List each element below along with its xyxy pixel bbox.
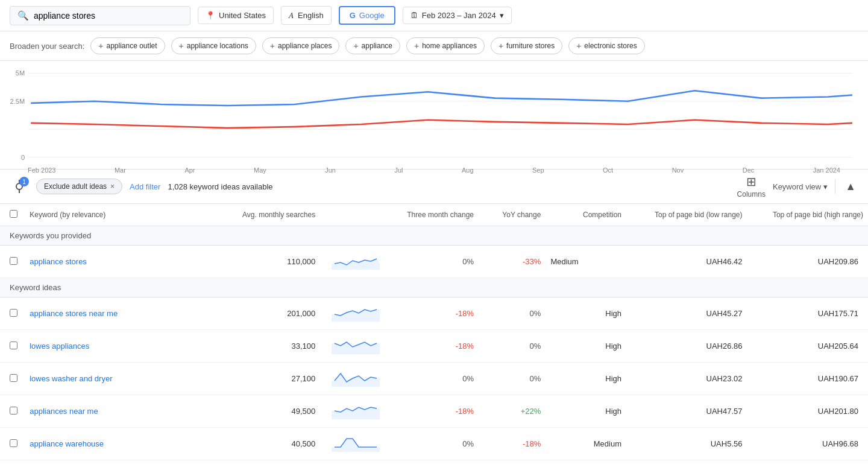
broaden-chip-appliance-outlet[interactable]: + appliance outlet	[90, 37, 165, 54]
adult-chip-label: Exclude adult ideas	[44, 182, 107, 191]
row-checkbox[interactable]	[10, 342, 17, 349]
low-bid-header[interactable]: Top of page bid (low range)	[626, 204, 747, 226]
keyword-cell: appliances near me	[25, 395, 213, 428]
competition-cell: Low	[546, 460, 626, 468]
sparkline-chart	[332, 369, 380, 387]
x-label-jun: Jun	[325, 167, 336, 174]
row-checkbox-cell[interactable]	[0, 330, 25, 363]
table-row: appliance stores 110,000 0% -33% Medium …	[0, 246, 868, 278]
broaden-chip-electronic-stores[interactable]: + electronic stores	[568, 37, 645, 54]
competition-cell: High	[546, 330, 626, 363]
location-label: United States	[219, 11, 266, 20]
chip-label: appliance locations	[187, 42, 248, 50]
keyword-link[interactable]: appliance stores	[30, 257, 87, 266]
broaden-chip-furniture-stores[interactable]: + furniture stores	[491, 37, 562, 54]
low-bid-cell: UAH5.56	[626, 428, 747, 460]
select-all-header[interactable]	[0, 204, 25, 226]
plus-icon: +	[498, 41, 503, 51]
yoy-header[interactable]: YoY change	[479, 204, 546, 226]
filter-badge: 1	[19, 177, 29, 186]
yoy-cell: 0%	[479, 330, 546, 363]
yoy-cell: -33%	[479, 246, 546, 278]
svg-text:0: 0	[21, 154, 25, 161]
high-bid-cell: UAH201.80	[747, 395, 868, 428]
broaden-label: Broaden your search:	[10, 42, 84, 51]
x-label-aug: Aug	[462, 167, 474, 174]
google-button[interactable]: G Google	[339, 6, 395, 25]
broaden-chip-home-appliances[interactable]: + home appliances	[406, 37, 485, 54]
chip-label: appliance	[362, 42, 392, 50]
table-row: appliance stores near me 201,000 -18% 0%…	[0, 297, 868, 330]
sparkline-chart	[332, 252, 380, 270]
row-checkbox-cell[interactable]	[0, 297, 25, 330]
high-bid-header[interactable]: Top of page bid (high range)	[747, 204, 868, 226]
chart-container: 5M 2.5M 0 Feb 2023 Mar Apr May Jun Jul A…	[0, 61, 868, 170]
yoy-cell: -33%	[479, 460, 546, 468]
avg-monthly-header[interactable]: Avg. monthly searches	[213, 204, 320, 226]
date-range-button[interactable]: 🗓 Feb 2023 – Jan 2024 ▾	[403, 7, 512, 24]
row-checkbox[interactable]	[10, 407, 17, 415]
row-checkbox[interactable]	[10, 439, 17, 447]
keyword-header[interactable]: Keyword (by relevance)	[25, 204, 213, 226]
keyword-cell: appliance stores near me	[25, 297, 213, 330]
select-all-checkbox[interactable]	[10, 210, 17, 218]
row-checkbox-cell[interactable]	[0, 428, 25, 460]
keyword-link[interactable]: appliances near me	[30, 407, 98, 416]
language-button[interactable]: 𝐴 English	[281, 6, 332, 25]
x-label-sep: Sep	[532, 167, 544, 174]
available-keywords-text: 1,028 keyword ideas available	[168, 182, 272, 191]
avg-monthly-cell: 110,000	[213, 246, 320, 278]
sparkline-cell	[320, 330, 385, 363]
collapse-button[interactable]: ▲	[843, 180, 858, 193]
header: 🔍 📍 United States 𝐴 English G Google 🗓 F…	[0, 0, 868, 31]
sparkline-chart	[332, 401, 380, 419]
chip-label: electronic stores	[584, 42, 637, 50]
columns-icon: ⊞	[746, 174, 756, 189]
x-label-jan: Jan 2024	[813, 167, 840, 174]
three-month-cell: -18%	[385, 460, 479, 468]
row-checkbox-cell[interactable]	[0, 363, 25, 395]
competition-cell: Medium	[546, 428, 626, 460]
broaden-chip-appliance-places[interactable]: + appliance places	[262, 37, 340, 54]
keyword-view-button[interactable]: Keyword view ▾	[773, 182, 828, 191]
table-row: appliance warehouse 40,500 0% -18% Mediu…	[0, 428, 868, 460]
search-box[interactable]: 🔍	[10, 6, 190, 25]
three-month-cell: 0%	[385, 363, 479, 395]
table-row: lowes appliances 33,100 -18% 0% High UAH…	[0, 330, 868, 363]
add-filter-button[interactable]: Add filter	[130, 182, 160, 191]
chevron-up-icon: ▲	[845, 180, 856, 192]
competition-cell: Medium	[546, 246, 626, 278]
language-label: English	[298, 11, 324, 20]
columns-button[interactable]: ⊞ Columns	[737, 174, 766, 199]
search-input[interactable]	[34, 11, 183, 21]
sparkline-header	[320, 204, 385, 226]
row-checkbox-cell[interactable]	[0, 246, 25, 278]
avg-monthly-cell: 49,500	[213, 395, 320, 428]
keyword-link[interactable]: lowes washer and dryer	[30, 374, 112, 383]
row-checkbox-cell[interactable]	[0, 395, 25, 428]
competition-header[interactable]: Competition	[546, 204, 626, 226]
three-month-cell: 0%	[385, 246, 479, 278]
filter-icon-button[interactable]: 1	[10, 177, 29, 196]
close-icon[interactable]: ×	[110, 182, 115, 191]
trend-chart: 5M 2.5M 0	[10, 67, 858, 164]
location-button[interactable]: 📍 United States	[198, 7, 274, 24]
exclude-adult-chip[interactable]: Exclude adult ideas ×	[36, 179, 122, 194]
row-checkbox-cell[interactable]	[0, 460, 25, 468]
x-label-jul: Jul	[394, 167, 403, 174]
row-checkbox[interactable]	[10, 374, 17, 382]
keyword-link[interactable]: appliance warehouse	[30, 439, 104, 448]
chevron-down-icon: ▾	[500, 11, 504, 20]
keyword-link[interactable]: appliance stores near me	[30, 309, 118, 318]
chip-label: appliance places	[278, 42, 332, 50]
sparkline-chart	[332, 303, 380, 322]
three-month-header[interactable]: Three month change	[385, 204, 479, 226]
x-label-nov: Nov	[672, 167, 684, 174]
broaden-chip-appliance-locations[interactable]: + appliance locations	[171, 37, 256, 54]
low-bid-cell: UAH47.57	[626, 395, 747, 428]
row-checkbox[interactable]	[10, 257, 17, 265]
keyword-link[interactable]: lowes appliances	[30, 342, 89, 351]
broaden-chip-appliance[interactable]: + appliance	[345, 37, 400, 54]
x-label-oct: Oct	[603, 167, 613, 174]
row-checkbox[interactable]	[10, 309, 17, 317]
